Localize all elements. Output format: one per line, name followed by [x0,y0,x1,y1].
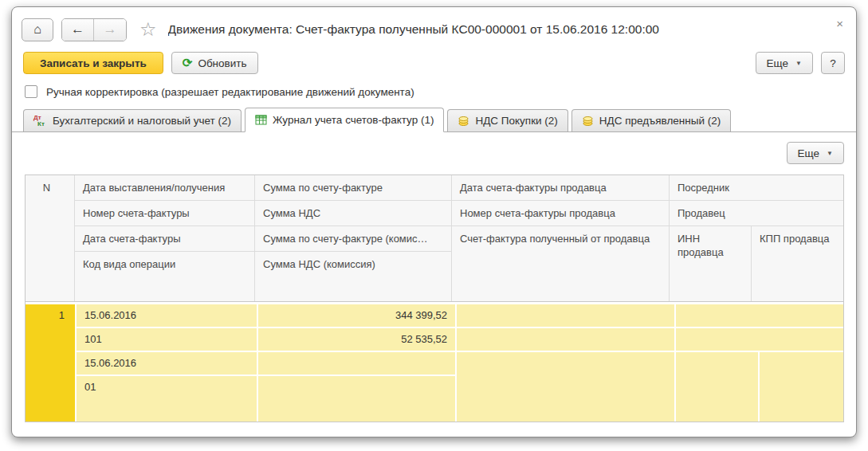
header-invoice-amount-commission: Сумма по счету-фактуре (комис… [255,226,452,252]
refresh-label: Обновить [198,57,246,69]
document-movements-window: ⌂ ← → ☆ Движения документа: Счет-фактура… [11,6,857,437]
cell-invoice-date[interactable]: 15.06.2016 [77,352,257,375]
tab-vat-presented[interactable]: НДС предъявленный (2) [571,109,731,131]
invoice-journal-table: N Дата выставления/получения Номер счета… [25,175,844,422]
cell-vat-amount-commission[interactable] [258,376,455,422]
forward-button[interactable]: → [94,19,126,41]
header-issue-date: Дата выставления/получения [75,175,255,201]
cell-seller-invoice-number[interactable] [457,328,674,351]
debit-credit-icon: ДтКт [33,115,47,127]
table-header: N Дата выставления/получения Номер счета… [26,175,843,302]
save-and-close-button[interactable]: Записать и закрыть [23,52,163,74]
cell-invoice-amount[interactable]: 344 399,52 [258,304,455,327]
more-button-table[interactable]: Еще ▼ [787,142,844,164]
cell-seller-inn[interactable] [676,352,758,422]
favorite-star-icon[interactable]: ☆ [139,20,157,39]
cell-intermediary[interactable] [676,304,843,327]
chevron-down-icon: ▼ [827,150,833,157]
header-invoice-received-from-seller: Счет-фактура полученный от продавца [452,226,670,301]
more-label: Еще [767,57,788,69]
header-seller-inn: ИНН продавца [670,226,752,301]
help-button[interactable]: ? [821,52,845,74]
coins-icon [458,115,469,127]
tab-invoice-journal[interactable]: Журнал учета счетов-фактур (1) [245,108,444,132]
cell-issue-date[interactable]: 15.06.2016 [77,304,257,327]
cell-invoice-number[interactable]: 101 [77,328,257,351]
title-bar: ⌂ ← → ☆ Движения документа: Счет-фактура… [12,7,856,47]
chevron-down-icon: ▼ [795,60,802,67]
home-button[interactable]: ⌂ [22,18,53,41]
back-button[interactable]: ← [62,19,94,41]
row-number-cell[interactable]: 1 [26,304,75,422]
tab-accounting-tax[interactable]: ДтКт Бухгалтерский и налоговый учет (2) [23,109,242,131]
journal-table-icon [255,114,267,126]
header-invoice-date: Дата счета-фактуры [75,226,255,252]
header-invoice-number: Номер счета-фактуры [75,201,255,226]
header-seller-invoice-number: Номер счета-фактуры продавца [452,201,670,226]
main-toolbar: Записать и закрыть ⟳ Обновить Еще ▼ ? [12,47,856,80]
tab-vat-purchases[interactable]: НДС Покупки (2) [447,109,568,131]
tab-label: НДС Покупки (2) [475,115,557,127]
header-invoice-amount: Сумма по счету-фактуре [255,175,452,201]
coins-icon [582,115,594,127]
forward-arrow-icon: → [104,22,117,37]
more-button-toolbar[interactable]: Еще ▼ [756,52,813,74]
register-tabs: ДтКт Бухгалтерский и налоговый учет (2) … [12,108,856,132]
cell-vat-amount[interactable]: 52 535,52 [258,328,455,351]
header-vat-amount-commission: Сумма НДС (комиссия) [255,252,452,301]
header-intermediary: Посредник [670,175,843,201]
manual-adjustment-row: Ручная корректировка (разрешает редактир… [12,80,856,108]
cell-operation-code[interactable]: 01 [77,376,257,422]
table-row: 1 15.06.2016 101 15.06.2016 01 344 399,5… [26,304,843,422]
nav-button-group: ← → [61,18,127,41]
home-icon: ⌂ [33,22,41,37]
header-seller-invoice-date: Дата счета-фактуры продавца [452,175,670,201]
back-arrow-icon: ← [71,22,84,37]
manual-adjustment-checkbox[interactable] [25,85,37,98]
cell-invoice-amount-commission[interactable] [258,352,455,375]
more-label: Еще [798,147,819,159]
header-seller-kpp: КПП продавца [752,226,843,301]
refresh-button[interactable]: ⟳ Обновить [171,52,258,74]
tab-label: НДС предъявленный (2) [599,115,721,127]
cell-seller[interactable] [676,328,843,351]
header-operation-code: Код вида операции [75,252,255,301]
desktop-background: ⌂ ← → ☆ Движения документа: Счет-фактура… [0,0,868,451]
tab-label: Бухгалтерский и налоговый учет (2) [53,115,231,127]
close-icon[interactable]: × [833,17,846,30]
header-seller: Продавец [670,201,843,226]
cell-invoice-received-from-seller[interactable] [457,352,674,422]
invoice-journal-panel: Еще ▼ N Дата выставления/получения Номер… [12,132,856,422]
window-title: Движения документа: Счет-фактура получен… [168,22,827,37]
cell-seller-invoice-date[interactable] [457,304,674,327]
tab-label: Журнал учета счетов-фактур (1) [273,114,434,126]
manual-adjustment-label: Ручная корректировка (разрешает редактир… [46,86,414,98]
header-n: N [26,175,75,301]
header-vat-amount: Сумма НДС [255,201,452,226]
refresh-icon: ⟳ [183,56,193,70]
table-toolbar: Еще ▼ [25,142,844,164]
cell-seller-kpp[interactable] [760,352,843,422]
